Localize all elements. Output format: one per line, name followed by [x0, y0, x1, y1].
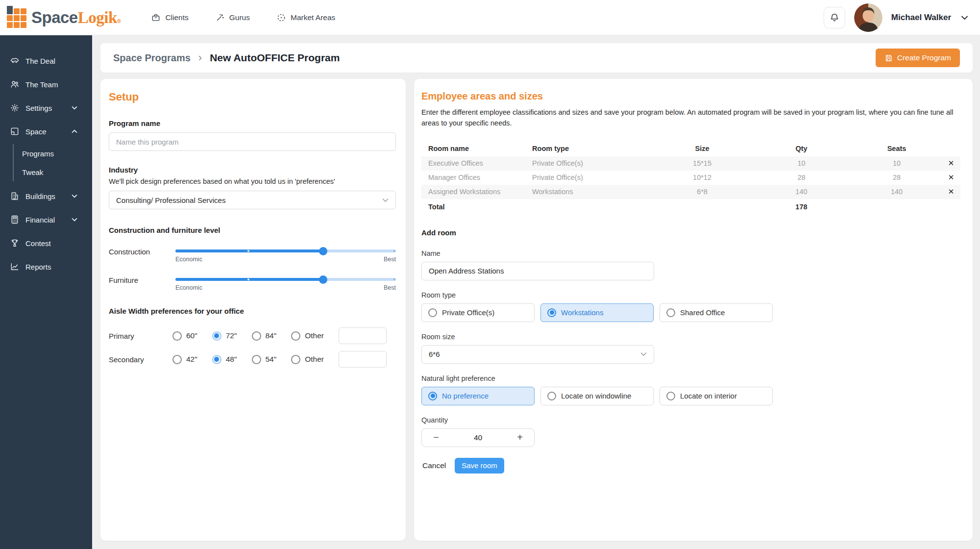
top-nav: Clients Gurus Market Areas [151, 13, 335, 23]
construction-slider[interactable] [175, 250, 396, 252]
primary-aisle-option-60[interactable]: 60" [172, 331, 197, 341]
radio-selected-icon [547, 308, 556, 317]
radio-icon [172, 331, 182, 341]
sidebar-item-financial[interactable]: Financial [0, 208, 92, 231]
quantity-increment-button[interactable]: + [506, 429, 534, 447]
sidebar-item-buildings[interactable]: Buildings [0, 184, 92, 208]
sidebar-item-tweak[interactable]: Tweak [22, 163, 92, 181]
radio-icon [172, 355, 182, 364]
primary-aisle-label: Primary [109, 332, 166, 340]
delete-row-button[interactable]: ✕ [942, 187, 960, 196]
construction-slider-handle[interactable] [319, 247, 327, 255]
breadcrumb-bar: Space Programs › New AutoOFFICE Program … [100, 43, 973, 73]
furniture-slider-row: Furniture Economic Bes [109, 275, 396, 291]
table-row: Manager Offices Private Office(s) 10*12 … [421, 171, 960, 185]
slider-max-label: Best [384, 284, 396, 291]
brand-logo-icon [7, 7, 27, 28]
briefcase-icon [151, 13, 161, 23]
chevron-down-icon [640, 352, 647, 356]
primary-aisle-other-input[interactable] [339, 327, 387, 344]
sidebar-item-contest[interactable]: Contest [0, 231, 92, 255]
primary-aisle-row: Primary 60" 72" 84" Other [109, 324, 396, 348]
sidebar-item-label: Contest [25, 239, 51, 248]
room-type-option-shared-office[interactable]: Shared Office [660, 303, 773, 322]
chart-line-icon [10, 262, 25, 272]
quantity-decrement-button[interactable]: − [422, 429, 450, 447]
breadcrumb-separator-icon: › [198, 51, 202, 64]
sidebar-item-label: The Team [25, 80, 58, 89]
delete-row-button[interactable]: ✕ [942, 159, 960, 168]
sidebar: The Deal The Team Settings Space Program… [0, 35, 92, 549]
room-type-label: Room type [421, 291, 960, 299]
cancel-button[interactable]: Cancel [421, 459, 447, 472]
room-size-select[interactable]: 6*6 [421, 345, 654, 364]
chevron-down-icon [382, 198, 389, 202]
room-name-input[interactable] [421, 262, 654, 280]
chevron-down-icon[interactable] [961, 15, 968, 20]
room-type-option-workstations[interactable]: Workstations [540, 303, 654, 322]
radio-selected-icon [212, 331, 221, 341]
secondary-aisle-row: Secondary 42" 48" 54" Other [109, 348, 396, 371]
secondary-aisle-other-input[interactable] [339, 351, 387, 368]
header-right: Michael Walker [824, 3, 968, 32]
breadcrumb-parent-link[interactable]: Space Programs [113, 52, 191, 64]
construction-slider-label: Construction [109, 247, 166, 256]
secondary-aisle-option-48[interactable]: 48" [212, 355, 237, 364]
primary-aisle-option-72[interactable]: 72" [212, 331, 237, 341]
user-name[interactable]: Michael Walker [891, 13, 951, 23]
construction-furniture-section: Construction and furniture level Constru… [109, 226, 396, 291]
nav-market-areas[interactable]: Market Areas [276, 13, 335, 23]
industry-select[interactable]: Consulting/ Professional Services [109, 191, 396, 209]
sidebar-item-programs[interactable]: Programs [22, 144, 92, 163]
room-size-label: Room size [421, 333, 654, 341]
sidebar-item-settings[interactable]: Settings [0, 96, 92, 120]
sidebar-item-the-deal[interactable]: The Deal [0, 49, 92, 73]
bell-icon [829, 12, 840, 23]
nav-gurus[interactable]: Gurus [215, 13, 250, 23]
chevron-down-icon [72, 218, 83, 222]
industry-label: Industry [109, 166, 396, 174]
aisle-heading: Aisle Width preferences for your office [109, 307, 396, 315]
primary-aisle-option-other[interactable]: Other [291, 331, 324, 341]
magic-wand-icon [215, 13, 225, 23]
light-option-windowline[interactable]: Locate on windowline [540, 387, 654, 405]
handshake-icon [10, 56, 25, 66]
furniture-slider-handle[interactable] [319, 275, 327, 284]
radio-icon [291, 331, 300, 341]
page-title: New AutoOFFICE Program [210, 52, 340, 64]
natural-light-label: Natural light preference [421, 374, 960, 382]
space-room-icon [10, 126, 25, 136]
radio-icon [252, 331, 261, 341]
rooms-table: Room name Room type Size Qty Seats Execu… [421, 141, 960, 215]
sidebar-item-the-team[interactable]: The Team [0, 73, 92, 96]
radio-icon [666, 308, 675, 317]
room-name-label: Name [421, 250, 654, 257]
trophy-icon [10, 238, 25, 248]
program-name-input[interactable] [109, 132, 396, 151]
sidebar-item-space[interactable]: Space [0, 120, 92, 143]
secondary-aisle-option-other[interactable]: Other [291, 355, 324, 364]
create-program-button[interactable]: Create Program [876, 49, 960, 67]
light-option-no-preference[interactable]: No preference [421, 387, 535, 405]
furniture-slider[interactable] [175, 278, 396, 281]
secondary-aisle-option-42[interactable]: 42" [172, 355, 197, 364]
notifications-button[interactable] [824, 7, 845, 28]
total-qty: 178 [751, 203, 852, 211]
slider-min-label: Economic [175, 284, 202, 291]
primary-aisle-option-84[interactable]: 84" [252, 331, 277, 341]
radio-icon [666, 392, 675, 400]
slider-max-label: Best [384, 256, 396, 263]
industry-select-value: Consulting/ Professional Services [116, 196, 225, 204]
light-option-interior[interactable]: Locate on interior [660, 387, 773, 405]
create-program-label: Create Program [897, 53, 951, 62]
user-avatar[interactable] [854, 3, 882, 32]
team-icon [10, 79, 25, 89]
nav-clients[interactable]: Clients [151, 13, 188, 23]
delete-row-button[interactable]: ✕ [942, 173, 960, 182]
secondary-aisle-option-54[interactable]: 54" [252, 355, 277, 364]
room-type-option-private-offices[interactable]: Private Office(s) [421, 303, 535, 322]
brand-logo[interactable]: SpaceLogik® [7, 7, 121, 28]
sidebar-item-reports[interactable]: Reports [0, 255, 92, 278]
save-room-button[interactable]: Save room [455, 458, 504, 474]
radio-selected-icon [428, 392, 437, 400]
